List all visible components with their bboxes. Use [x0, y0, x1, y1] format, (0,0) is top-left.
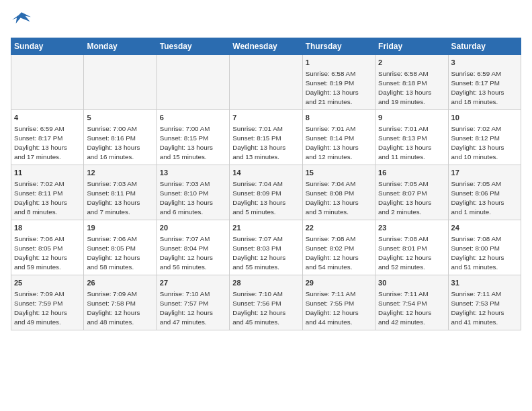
calendar-cell: 22Sunrise: 7:08 AM Sunset: 8:02 PM Dayli…	[302, 220, 375, 275]
day-info: Sunrise: 7:03 AM Sunset: 8:11 PM Dayligh…	[87, 179, 153, 216]
day-info: Sunrise: 7:01 AM Sunset: 8:14 PM Dayligh…	[306, 124, 372, 161]
calendar-cell: 23Sunrise: 7:08 AM Sunset: 8:01 PM Dayli…	[375, 220, 448, 275]
calendar-cell: 21Sunrise: 7:07 AM Sunset: 8:03 PM Dayli…	[230, 220, 302, 275]
day-info: Sunrise: 6:58 AM Sunset: 8:18 PM Dayligh…	[378, 69, 445, 106]
day-number: 12	[87, 168, 153, 178]
day-number: 18	[14, 223, 81, 233]
calendar-cell: 13Sunrise: 7:03 AM Sunset: 8:10 PM Dayli…	[157, 165, 229, 220]
calendar-cell: 7Sunrise: 7:01 AM Sunset: 8:15 PM Daylig…	[230, 110, 302, 165]
day-info: Sunrise: 7:04 AM Sunset: 8:09 PM Dayligh…	[232, 179, 299, 216]
day-info: Sunrise: 7:05 AM Sunset: 8:06 PM Dayligh…	[451, 179, 518, 216]
day-info: Sunrise: 7:01 AM Sunset: 8:15 PM Dayligh…	[232, 124, 299, 161]
day-number: 17	[451, 168, 518, 178]
calendar-cell: 28Sunrise: 7:10 AM Sunset: 7:56 PM Dayli…	[230, 275, 302, 330]
day-info: Sunrise: 7:05 AM Sunset: 8:07 PM Dayligh…	[378, 179, 445, 216]
day-info: Sunrise: 6:58 AM Sunset: 8:19 PM Dayligh…	[306, 69, 372, 106]
day-number: 3	[451, 58, 518, 68]
day-number: 20	[160, 223, 226, 233]
calendar-cell: 5Sunrise: 7:00 AM Sunset: 8:16 PM Daylig…	[84, 110, 157, 165]
day-info: Sunrise: 7:11 AM Sunset: 7:54 PM Dayligh…	[378, 289, 445, 326]
day-info: Sunrise: 7:06 AM Sunset: 8:05 PM Dayligh…	[87, 234, 153, 271]
day-number: 29	[306, 278, 372, 288]
week-row-5: 25Sunrise: 7:09 AM Sunset: 7:59 PM Dayli…	[11, 275, 521, 330]
day-number: 13	[160, 168, 226, 178]
week-row-4: 18Sunrise: 7:06 AM Sunset: 8:05 PM Dayli…	[11, 220, 521, 275]
day-info: Sunrise: 7:02 AM Sunset: 8:11 PM Dayligh…	[14, 179, 81, 216]
day-info: Sunrise: 7:11 AM Sunset: 7:55 PM Dayligh…	[306, 289, 372, 326]
calendar-cell: 2Sunrise: 6:58 AM Sunset: 8:18 PM Daylig…	[375, 55, 448, 110]
calendar-cell: 30Sunrise: 7:11 AM Sunset: 7:54 PM Dayli…	[375, 275, 448, 330]
calendar-cell: 15Sunrise: 7:04 AM Sunset: 8:08 PM Dayli…	[302, 165, 375, 220]
calendar-cell: 19Sunrise: 7:06 AM Sunset: 8:05 PM Dayli…	[84, 220, 157, 275]
day-info: Sunrise: 7:09 AM Sunset: 7:59 PM Dayligh…	[14, 289, 81, 326]
day-number: 25	[14, 278, 81, 288]
day-number: 24	[451, 223, 518, 233]
calendar-cell: 11Sunrise: 7:02 AM Sunset: 8:11 PM Dayli…	[11, 165, 84, 220]
day-number: 15	[306, 168, 372, 178]
calendar-cell: 6Sunrise: 7:00 AM Sunset: 8:15 PM Daylig…	[157, 110, 229, 165]
day-number: 16	[378, 168, 445, 178]
week-row-1: 1Sunrise: 6:58 AM Sunset: 8:19 PM Daylig…	[11, 55, 521, 110]
day-number: 2	[378, 58, 445, 68]
week-row-3: 11Sunrise: 7:02 AM Sunset: 8:11 PM Dayli…	[11, 165, 521, 220]
day-info: Sunrise: 7:04 AM Sunset: 8:08 PM Dayligh…	[306, 179, 372, 216]
header-saturday: Saturday	[448, 38, 521, 55]
day-number: 9	[378, 113, 445, 123]
day-info: Sunrise: 7:00 AM Sunset: 8:16 PM Dayligh…	[87, 124, 153, 161]
calendar-cell: 26Sunrise: 7:09 AM Sunset: 7:58 PM Dayli…	[84, 275, 157, 330]
day-number: 6	[160, 113, 226, 123]
day-info: Sunrise: 7:08 AM Sunset: 8:02 PM Dayligh…	[306, 234, 372, 271]
day-number: 19	[87, 223, 153, 233]
day-info: Sunrise: 7:10 AM Sunset: 7:57 PM Dayligh…	[160, 289, 226, 326]
day-number: 21	[232, 223, 299, 233]
calendar-cell: 3Sunrise: 6:59 AM Sunset: 8:17 PM Daylig…	[448, 55, 521, 110]
day-info: Sunrise: 7:07 AM Sunset: 8:04 PM Dayligh…	[160, 234, 226, 271]
day-info: Sunrise: 7:10 AM Sunset: 7:56 PM Dayligh…	[232, 289, 299, 326]
calendar-cell: 31Sunrise: 7:11 AM Sunset: 7:53 PM Dayli…	[448, 275, 521, 330]
day-number: 23	[378, 223, 445, 233]
day-info: Sunrise: 7:01 AM Sunset: 8:13 PM Dayligh…	[378, 124, 445, 161]
page-header	[11, 11, 521, 30]
week-row-2: 4Sunrise: 6:59 AM Sunset: 8:17 PM Daylig…	[11, 110, 521, 165]
calendar-cell: 29Sunrise: 7:11 AM Sunset: 7:55 PM Dayli…	[302, 275, 375, 330]
day-number: 28	[232, 278, 299, 288]
calendar-cell	[84, 55, 157, 110]
day-number: 5	[87, 113, 153, 123]
day-number: 30	[378, 278, 445, 288]
svg-marker-0	[12, 12, 31, 24]
calendar-cell: 14Sunrise: 7:04 AM Sunset: 8:09 PM Dayli…	[230, 165, 302, 220]
calendar-cell: 9Sunrise: 7:01 AM Sunset: 8:13 PM Daylig…	[375, 110, 448, 165]
day-info: Sunrise: 7:09 AM Sunset: 7:58 PM Dayligh…	[87, 289, 153, 326]
calendar-cell	[11, 55, 84, 110]
calendar-cell: 25Sunrise: 7:09 AM Sunset: 7:59 PM Dayli…	[11, 275, 84, 330]
header-thursday: Thursday	[302, 38, 375, 55]
day-number: 8	[306, 113, 372, 123]
day-info: Sunrise: 7:11 AM Sunset: 7:53 PM Dayligh…	[451, 289, 518, 326]
day-number: 11	[14, 168, 81, 178]
calendar-cell	[230, 55, 302, 110]
day-info: Sunrise: 7:07 AM Sunset: 8:03 PM Dayligh…	[232, 234, 299, 271]
day-info: Sunrise: 6:59 AM Sunset: 8:17 PM Dayligh…	[451, 69, 518, 106]
header-wednesday: Wednesday	[230, 38, 302, 55]
day-number: 4	[14, 113, 81, 123]
day-number: 10	[451, 113, 518, 123]
calendar-cell: 20Sunrise: 7:07 AM Sunset: 8:04 PM Dayli…	[157, 220, 229, 275]
calendar-cell: 18Sunrise: 7:06 AM Sunset: 8:05 PM Dayli…	[11, 220, 84, 275]
calendar-cell: 16Sunrise: 7:05 AM Sunset: 8:07 PM Dayli…	[375, 165, 448, 220]
day-number: 14	[232, 168, 299, 178]
header-friday: Friday	[375, 38, 448, 55]
calendar-cell: 24Sunrise: 7:08 AM Sunset: 8:00 PM Dayli…	[448, 220, 521, 275]
day-info: Sunrise: 7:08 AM Sunset: 8:01 PM Dayligh…	[378, 234, 445, 271]
day-number: 1	[306, 58, 372, 68]
calendar-header-row: SundayMondayTuesdayWednesdayThursdayFrid…	[11, 38, 521, 55]
day-number: 27	[160, 278, 226, 288]
calendar-table: SundayMondayTuesdayWednesdayThursdayFrid…	[11, 38, 521, 330]
calendar-cell: 27Sunrise: 7:10 AM Sunset: 7:57 PM Dayli…	[157, 275, 229, 330]
calendar-cell: 1Sunrise: 6:58 AM Sunset: 8:19 PM Daylig…	[302, 55, 375, 110]
day-number: 22	[306, 223, 372, 233]
day-info: Sunrise: 6:59 AM Sunset: 8:17 PM Dayligh…	[14, 124, 81, 161]
day-number: 31	[451, 278, 518, 288]
calendar-cell: 4Sunrise: 6:59 AM Sunset: 8:17 PM Daylig…	[11, 110, 84, 165]
header-sunday: Sunday	[11, 38, 84, 55]
calendar-cell: 17Sunrise: 7:05 AM Sunset: 8:06 PM Dayli…	[448, 165, 521, 220]
